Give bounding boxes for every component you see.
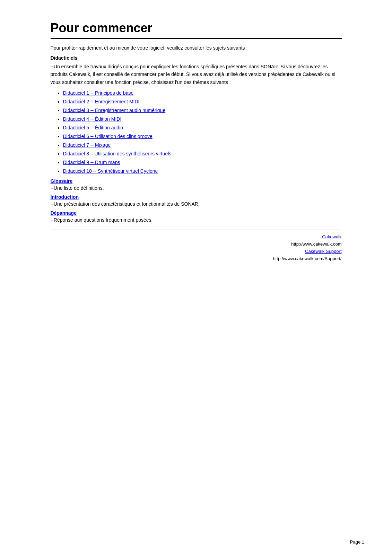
depannage-desc: --Réponse aux questions fréquemment posé… [51,217,342,223]
tutorial-link-7[interactable]: Didacticiel 7 -- Mixage [63,142,111,148]
cakewalk-support-link[interactable]: Cakewalk Support [51,248,342,255]
list-item: Didacticiel 6 -- Utilisation des clips g… [63,133,342,140]
list-item: Didacticiel 4 -- Édition MIDI [63,116,342,123]
tutorial-link-9[interactable]: Didacticiel 9 -- Drum maps [63,160,120,165]
tutorial-link-2[interactable]: Didacticiel 2 -- Enregistrement MIDI [63,99,140,104]
page-number: Page 1 [350,539,364,545]
page-title: Pour commencer [51,21,342,35]
depannage-heading[interactable]: Dépannage [51,210,77,216]
glossaire-heading[interactable]: Glossaire [51,178,73,184]
list-item: Didacticiel 10 -- Synthétiseur virtuel C… [63,168,342,175]
cakewalk-url: http://www.cakewalk.com [51,241,342,248]
tutorial-link-1[interactable]: Didacticiel 1 -- Principes de base [63,90,134,96]
depannage-section: Dépannage --Réponse aux questions fréque… [51,210,342,223]
tutorial-link-10[interactable]: Didacticiel 10 -- Synthétiseur virtuel C… [63,168,158,174]
list-item: Didacticiel 1 -- Principes de base [63,89,342,97]
tutorial-link-6[interactable]: Didacticiel 6 -- Utilisation des clips g… [63,134,153,139]
tutorial-link-3[interactable]: Didacticiel 3 -- Enregistrement audio nu… [63,108,166,113]
footer-links: Cakewalk http://www.cakewalk.com Cakewal… [51,233,342,262]
footer-divider [51,230,342,230]
cakewalk-link[interactable]: Cakewalk [51,233,342,241]
list-item: Didacticiel 9 -- Drum maps [63,159,342,166]
list-item: Didacticiel 8 – Utilisation des synthéti… [63,150,342,157]
glossaire-section: Glossaire --Une liste de définitions. [51,178,342,191]
didacticiels-heading: Didacticiels [51,55,342,61]
glossaire-desc: --Une liste de définitions. [51,185,342,191]
tutorial-link-5[interactable]: Didacticiel 5 -- Édition audio [63,125,123,130]
list-item: Didacticiel 5 -- Édition audio [63,124,342,131]
tutorial-link-8[interactable]: Didacticiel 8 – Utilisation des synthéti… [63,151,172,156]
tutorial-list: Didacticiel 1 -- Principes de base Didac… [51,89,342,175]
introduction-heading[interactable]: Introduction [51,194,79,200]
introduction-section: Introduction --Une présentation des cara… [51,194,342,207]
list-item: Didacticiel 3 -- Enregistrement audio nu… [63,107,342,114]
list-item: Didacticiel 2 -- Enregistrement MIDI [63,98,342,105]
tutorial-link-4[interactable]: Didacticiel 4 -- Édition MIDI [63,116,122,122]
title-divider [51,38,342,39]
didacticiels-body: --Un ensemble de travaux dirigés conçus … [51,63,342,86]
list-item: Didacticiel 7 -- Mixage [63,142,342,149]
intro-text: Pour profiter rapidement et au mieux de … [51,44,342,52]
introduction-desc: --Une présentation des caractéristiques … [51,201,342,207]
cakewalk-support-url: http://www.cakewalk.com/Support/ [51,255,342,263]
